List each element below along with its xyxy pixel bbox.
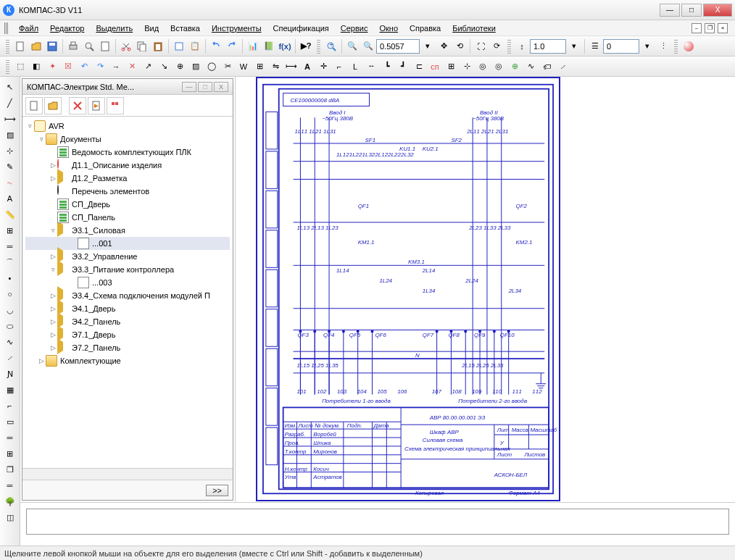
- lt-hatch[interactable]: ▨: [3, 128, 17, 142]
- tb2-step2[interactable]: ┛: [395, 59, 411, 75]
- tb2-wave[interactable]: ∿: [523, 59, 539, 75]
- zoom-in-button[interactable]: 🔍: [344, 38, 360, 54]
- layer-dropdown[interactable]: ▾: [639, 38, 655, 54]
- tb2-seg[interactable]: ⟋: [555, 59, 570, 75]
- layer-button[interactable]: ☰: [587, 38, 603, 54]
- lt-copy[interactable]: ❐: [3, 462, 17, 477]
- menu-file[interactable]: Файл: [13, 22, 44, 34]
- tree-item[interactable]: СП_Панель: [25, 211, 230, 224]
- tb2-dim2[interactable]: ⊏: [411, 59, 427, 75]
- tb2-a1[interactable]: ↗: [140, 59, 156, 75]
- tb2-x[interactable]: ✕: [124, 59, 140, 75]
- tb2-a3[interactable]: ⊕: [172, 59, 188, 75]
- lt-arrow[interactable]: ↖: [3, 80, 17, 94]
- tb2-circle[interactable]: ◯: [204, 59, 220, 75]
- vars-button[interactable]: 📗: [261, 38, 277, 54]
- tb2-2[interactable]: ◧: [28, 59, 44, 75]
- manager-button[interactable]: 📊: [245, 38, 261, 54]
- tree-child[interactable]: ...003: [25, 276, 230, 289]
- menu-select[interactable]: Выделить: [90, 22, 138, 34]
- panel-hscroll[interactable]: [22, 468, 233, 480]
- tree-item[interactable]: ▿Э3.1_Силовая: [25, 224, 230, 237]
- props-button[interactable]: [171, 38, 187, 54]
- tb2-arrow[interactable]: →: [108, 59, 124, 75]
- tb2-w[interactable]: W: [236, 59, 252, 75]
- maximize-button[interactable]: □: [681, 4, 702, 17]
- pan-button[interactable]: ✥: [436, 38, 452, 54]
- render-button[interactable]: [681, 38, 697, 54]
- scale-input[interactable]: 1.0: [530, 39, 566, 54]
- tree-item[interactable]: ▷Э4.2_Панель: [25, 315, 230, 328]
- mdi-restore[interactable]: ❐: [705, 23, 715, 33]
- zoom-dropdown[interactable]: ▾: [420, 38, 436, 54]
- panel-min-button[interactable]: —: [182, 82, 196, 92]
- tree-item[interactable]: ▷Э3.4_Схема подключения модулей П: [25, 289, 230, 302]
- tb2-4[interactable]: ☒: [60, 59, 76, 75]
- lt-sym[interactable]: ⊹: [3, 143, 17, 158]
- tb2-A[interactable]: A: [299, 59, 315, 75]
- copy-button[interactable]: [134, 38, 150, 54]
- menu-service[interactable]: Сервис: [335, 22, 374, 34]
- layer-input[interactable]: 0: [603, 39, 639, 54]
- panel-close-button[interactable]: X: [214, 82, 228, 92]
- lt-grid[interactable]: ⊞: [3, 446, 17, 461]
- tb2-cross[interactable]: ✛: [315, 59, 331, 75]
- copy-props-button[interactable]: 📋: [187, 38, 203, 54]
- tb2-redo[interactable]: ↷: [92, 59, 108, 75]
- tree-item[interactable]: ▷Э7.2_Панель: [25, 341, 230, 354]
- open-button[interactable]: [28, 38, 44, 54]
- lt-dot[interactable]: •: [3, 271, 17, 285]
- undo-button[interactable]: [208, 38, 224, 54]
- tree-item[interactable]: СП_Дверь: [25, 198, 230, 211]
- zoom-prev-button[interactable]: ⟲: [452, 38, 468, 54]
- tree-item[interactable]: ▷Д1.1_Описание изделия: [25, 159, 230, 172]
- tb2-c2[interactable]: ◎: [491, 59, 507, 75]
- fit-button[interactable]: ⛶: [473, 38, 489, 54]
- menu-editor[interactable]: Редактор: [44, 22, 90, 34]
- new-button[interactable]: [12, 38, 28, 54]
- lt-dim[interactable]: ⟼: [3, 112, 17, 126]
- fx-button[interactable]: f(x): [277, 38, 293, 54]
- tree-item[interactable]: ▷Э4.1_Дверь: [25, 302, 230, 315]
- lt-spline[interactable]: ∿: [3, 335, 17, 349]
- menu-insert[interactable]: Вставка: [165, 22, 206, 34]
- zoom-input[interactable]: 0.5057: [376, 39, 420, 54]
- tb2-table[interactable]: ⊞: [443, 59, 459, 75]
- tb2-1[interactable]: ⬚: [12, 59, 28, 75]
- lt-arc2[interactable]: ◡: [3, 303, 17, 317]
- menu-libraries[interactable]: Библиотеки: [447, 22, 502, 34]
- lt-A[interactable]: A: [3, 191, 17, 206]
- tb2-axes[interactable]: ⊹: [459, 59, 475, 75]
- lt-rect[interactable]: ▭: [3, 414, 17, 429]
- tb2-cn[interactable]: сп: [427, 59, 443, 75]
- tree-item[interactable]: ▿Э3.3_Питание контроллера: [25, 263, 230, 276]
- paste-button[interactable]: [150, 38, 166, 54]
- panel-flag[interactable]: [107, 97, 124, 114]
- tb2-globe[interactable]: ⊕: [507, 59, 523, 75]
- drawing-canvas[interactable]: СЕ100000008 dBA Ввод I ~50Гц 380В Ввод I…: [235, 77, 735, 502]
- project-tree[interactable]: ▿AVR ▿Документы Ведомость комплектующих …: [22, 117, 233, 468]
- tb2-3[interactable]: ✦: [44, 59, 60, 75]
- cut-button[interactable]: [118, 38, 134, 54]
- menu-tools[interactable]: Инструменты: [206, 22, 267, 34]
- lt-break[interactable]: ⟋: [3, 351, 17, 365]
- tb2-dash[interactable]: ╌: [363, 59, 379, 75]
- tree-documents[interactable]: ▿Документы: [25, 133, 230, 146]
- lt-arc[interactable]: ⌒: [3, 255, 17, 269]
- lt-circle[interactable]: ○: [3, 287, 17, 301]
- tree-item[interactable]: Перечень элементов: [25, 185, 230, 198]
- lt-edit[interactable]: ✎: [3, 159, 17, 174]
- tree-child[interactable]: ...001: [25, 237, 230, 250]
- tb2-grid[interactable]: ⊞: [252, 59, 267, 75]
- tree-item[interactable]: ▷Э7.1_Дверь: [25, 328, 230, 341]
- redo-button[interactable]: [224, 38, 240, 54]
- tb2-tag[interactable]: 🏷: [539, 59, 555, 75]
- menu-window[interactable]: Окно: [373, 22, 404, 34]
- lt-ellipse[interactable]: ⬭: [3, 319, 17, 333]
- page-button[interactable]: [97, 38, 113, 54]
- lt-table[interactable]: ⊞: [3, 223, 17, 238]
- tb2-cut[interactable]: ✂: [220, 59, 236, 75]
- zoom-window-button[interactable]: +: [323, 38, 339, 54]
- zoom-out-button[interactable]: 🔍: [360, 38, 376, 54]
- panel-del[interactable]: [69, 97, 86, 114]
